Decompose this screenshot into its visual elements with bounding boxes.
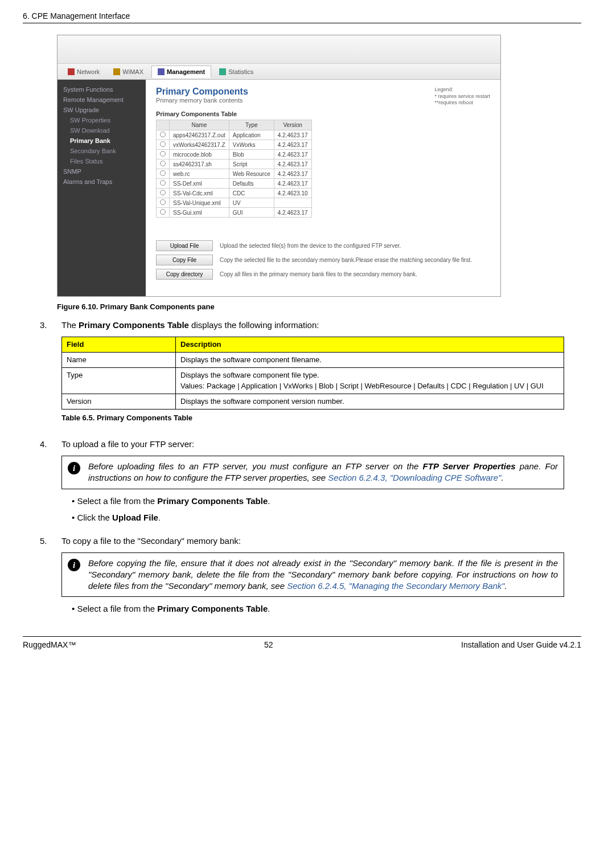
sidebar-item-snmp[interactable]: SNMP — [57, 166, 146, 177]
sidebar-item-remote[interactable]: Remote Management — [57, 95, 146, 105]
statistics-icon — [219, 68, 226, 75]
sidebar-sub-filesstatus[interactable]: Files Status — [57, 156, 146, 166]
fields-table: Field Description Name Displays the soft… — [61, 337, 564, 410]
step-content: To copy a file to the "Secondary" memory… — [61, 535, 564, 620]
radio-icon[interactable] — [160, 132, 166, 137]
link-section-6243[interactable]: Section 6.2.4.3, "Downloading CPE Softwa… — [328, 473, 501, 482]
radio-icon[interactable] — [160, 199, 166, 205]
radio-icon[interactable] — [160, 170, 166, 176]
screenshot: Network WiMAX Management Statistics Syst… — [57, 35, 501, 297]
table-row[interactable]: SS-Val-Cdc.xmlCDC4.2.4623.10 — [157, 189, 312, 198]
action-upload: Upload File Upload the selected file(s) … — [156, 240, 490, 251]
table-label: Primary Components Table — [156, 110, 490, 117]
tab-management[interactable]: Management — [151, 65, 211, 78]
info-icon: i — [68, 462, 80, 474]
action-copy: Copy File Copy the selected file to the … — [156, 255, 490, 265]
copy-desc: Copy the selected file to the secondary … — [220, 257, 490, 263]
fields-header: Field Description — [62, 337, 564, 353]
radio-icon[interactable] — [160, 151, 166, 157]
bullet: Select a file from the Primary Component… — [72, 495, 564, 507]
app-window: Network WiMAX Management Statistics Syst… — [57, 35, 501, 297]
bullet: Select a file from the Primary Component… — [72, 603, 564, 615]
step-content: To upload a file to your FTP server: i B… — [61, 438, 564, 528]
header-title: 6. CPE Management Interface — [23, 11, 130, 21]
radio-icon[interactable] — [160, 209, 166, 215]
wimax-icon — [113, 68, 120, 75]
step-num: 5. — [40, 535, 51, 620]
fields-row: Type Displays the software component fil… — [62, 368, 564, 394]
table-row[interactable]: SS-Def.xmlDefaults4.2.4623.17 — [157, 179, 312, 189]
table-header-row: Name Type Version — [157, 120, 312, 130]
table-row[interactable]: SS-Val-Unique.xmlUV — [157, 198, 312, 208]
info-box: i Before uploading files to an FTP serve… — [61, 456, 564, 489]
management-icon — [158, 68, 165, 75]
info-icon: i — [68, 559, 80, 571]
table-row[interactable]: web.rcWeb Resource4.2.4623.17 — [157, 169, 312, 179]
table-row[interactable]: ss42462317.shScript4.2.4623.17 — [157, 159, 312, 169]
info-box: i Before copying the file, ensure that i… — [61, 552, 564, 597]
bullet: Click the Upload File. — [72, 511, 564, 523]
radio-icon[interactable] — [160, 141, 166, 147]
table-row[interactable]: vxWorks42462317.ZVxWorks4.2.4623.17 — [157, 140, 312, 150]
fields-row: Version Displays the software component … — [62, 394, 564, 409]
app-body: System Functions Remote Management SW Up… — [57, 80, 500, 296]
table-row[interactable]: SS-Gui.xmlGUI4.2.4623.17 — [157, 208, 312, 218]
info-text: Before uploading files to an FTP server,… — [88, 461, 558, 484]
radio-icon[interactable] — [160, 161, 166, 166]
step-num: 4. — [40, 438, 51, 528]
tab-wimax[interactable]: WiMAX — [108, 66, 149, 77]
sidebar-item-swupgrade[interactable]: SW Upgrade — [57, 105, 146, 115]
radio-icon[interactable] — [160, 190, 166, 195]
copydir-desc: Copy all files in the primary memory ban… — [220, 271, 490, 277]
figure-caption: Figure 6.10. Primary Bank Components pan… — [57, 302, 581, 311]
network-icon — [68, 68, 75, 75]
sidebar-sub-primarybank[interactable]: Primary Bank — [57, 136, 146, 146]
sidebar-sub-secondarybank[interactable]: Secondary Bank — [57, 146, 146, 156]
table-row[interactable]: apps42462317.Z.outApplication4.2.4623.17 — [157, 130, 312, 140]
main-panel: Legend: * requires service restart **req… — [146, 80, 500, 296]
sidebar-item-system[interactable]: System Functions — [57, 84, 146, 95]
info-text: Before copying the file, ensure that it … — [88, 558, 558, 592]
step-3: 3. The Primary Components Table displays… — [40, 319, 564, 431]
app-top-bar — [57, 35, 500, 64]
fields-row: Name Displays the software component fil… — [62, 353, 564, 368]
copy-directory-button[interactable]: Copy directory — [156, 269, 213, 280]
upload-file-button[interactable]: Upload File — [156, 240, 213, 251]
step-content: The Primary Components Table displays th… — [61, 319, 564, 431]
components-table: Name Type Version apps42462317.Z.outAppl… — [156, 120, 312, 218]
legend: Legend: * requires service restart **req… — [434, 87, 490, 107]
sidebar-item-alarms[interactable]: Alarms and Traps — [57, 177, 146, 187]
sidebar: System Functions Remote Management SW Up… — [57, 80, 146, 296]
tab-network[interactable]: Network — [62, 66, 105, 77]
page-footer: RuggedMAX™ 52 Installation and User Guid… — [23, 636, 581, 649]
table-row[interactable]: microcode.blobBlob4.2.4623.17 — [157, 150, 312, 159]
tab-bar: Network WiMAX Management Statistics — [57, 64, 500, 80]
page-header: 6. CPE Management Interface — [23, 11, 581, 23]
footer-right: Installation and User Guide v4.2.1 — [461, 640, 581, 649]
sidebar-sub-swprops[interactable]: SW Properties — [57, 115, 146, 125]
table-caption: Table 6.5. Primary Components Table — [61, 413, 564, 423]
copy-file-button[interactable]: Copy File — [156, 255, 213, 265]
footer-left: RuggedMAX™ — [23, 640, 76, 649]
radio-icon[interactable] — [160, 180, 166, 186]
upload-desc: Upload the selected file(s) from the dev… — [220, 243, 490, 249]
step-5: 5. To copy a file to the "Secondary" mem… — [40, 535, 564, 620]
action-copydir: Copy directory Copy all files in the pri… — [156, 269, 490, 280]
link-section-6245[interactable]: Section 6.2.4.5, "Managing the Secondary… — [287, 581, 505, 591]
footer-center: 52 — [264, 640, 273, 649]
step-num: 3. — [40, 319, 51, 431]
sidebar-sub-swdownload[interactable]: SW Download — [57, 125, 146, 136]
tab-statistics[interactable]: Statistics — [213, 66, 259, 77]
step-4: 4. To upload a file to your FTP server: … — [40, 438, 564, 528]
